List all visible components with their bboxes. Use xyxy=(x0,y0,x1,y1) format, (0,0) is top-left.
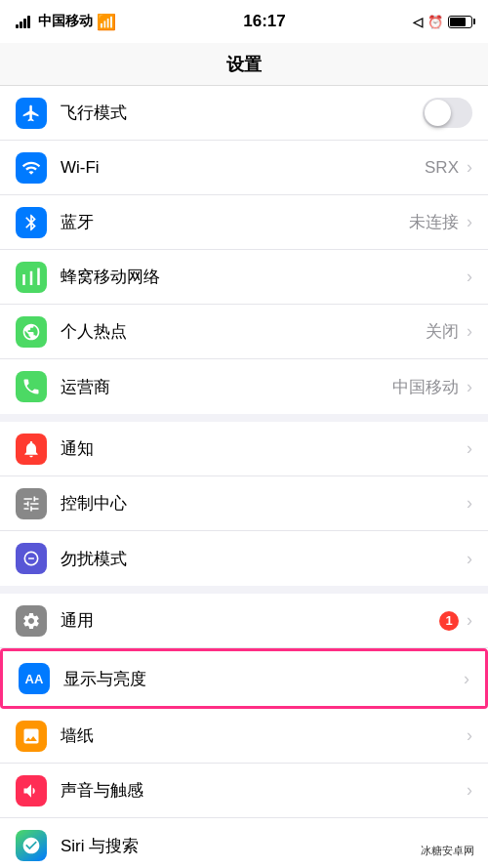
control-label: 控制中心 xyxy=(61,492,467,515)
wifi-chevron: › xyxy=(467,157,472,178)
bluetooth-icon-wrap xyxy=(16,207,47,238)
carrier-chevron: › xyxy=(467,377,472,397)
section-system: 通知 › 控制中心 › 勿扰模式 › xyxy=(0,422,488,586)
signal-bar-4 xyxy=(27,16,30,28)
signal-bars xyxy=(16,16,30,28)
notification-icon-wrap xyxy=(16,434,47,465)
row-display[interactable]: AA 显示与亮度 › xyxy=(3,651,485,706)
airplane-icon xyxy=(21,103,41,123)
nav-bar: 设置 xyxy=(0,43,488,86)
hotspot-icon xyxy=(21,322,41,342)
settings-container: 飞行模式 Wi-Fi SRX › 蓝牙 未连接 › 蜂窝移动网络 xyxy=(0,86,488,868)
airplane-label: 飞行模式 xyxy=(61,102,423,124)
cellular-icon-wrap xyxy=(16,262,47,293)
bluetooth-label: 蓝牙 xyxy=(61,211,409,233)
cellular-icon xyxy=(21,268,41,287)
general-badge: 1 xyxy=(439,611,459,631)
carrier-label: 中国移动 xyxy=(38,13,93,30)
dnd-label: 勿扰模式 xyxy=(61,548,467,570)
wifi-label: Wi-Fi xyxy=(61,158,425,178)
hotspot-chevron: › xyxy=(467,321,472,342)
row-hotspot[interactable]: 个人热点 关闭 › xyxy=(0,305,488,359)
general-icon xyxy=(21,611,41,631)
control-icon-wrap xyxy=(16,488,47,519)
location-icon: ◁ xyxy=(413,15,423,29)
hotspot-icon-wrap xyxy=(16,316,47,348)
dnd-icon xyxy=(21,549,41,568)
dnd-icon-wrap xyxy=(16,543,47,574)
row-general[interactable]: 通用 1 › xyxy=(0,594,488,648)
wifi-icon: 📶 xyxy=(97,13,116,31)
general-icon-wrap xyxy=(16,605,47,637)
battery-icon xyxy=(448,16,472,28)
general-label: 通用 xyxy=(61,609,439,632)
row-bluetooth[interactable]: 蓝牙 未连接 › xyxy=(0,195,488,250)
carrier-icon xyxy=(21,377,41,396)
bluetooth-chevron: › xyxy=(467,212,472,232)
watermark: 冰糖安卓网 xyxy=(415,842,480,860)
wallpaper-label: 墙纸 xyxy=(61,724,467,747)
row-control-center[interactable]: 控制中心 › xyxy=(0,476,488,531)
section-personalization: 通用 1 › AA 显示与亮度 › 墙纸 › 声音与触感 xyxy=(0,594,488,868)
airplane-icon-wrap xyxy=(16,98,47,129)
row-dnd[interactable]: 勿扰模式 › xyxy=(0,531,488,586)
battery-fill xyxy=(450,18,466,26)
notification-icon xyxy=(21,439,41,459)
general-chevron: › xyxy=(467,610,472,631)
sound-chevron: › xyxy=(467,780,472,801)
row-wifi[interactable]: Wi-Fi SRX › xyxy=(0,141,488,195)
hotspot-value: 关闭 xyxy=(426,320,459,343)
toggle-knob xyxy=(425,100,451,126)
display-icon-wrap: AA xyxy=(19,663,50,694)
control-chevron: › xyxy=(467,493,472,514)
row-airplane[interactable]: 飞行模式 xyxy=(0,86,488,141)
wallpaper-icon-wrap xyxy=(16,721,47,752)
sound-label: 声音与触感 xyxy=(61,779,467,802)
signal-bar-3 xyxy=(23,19,26,28)
carrier-label-row: 运营商 xyxy=(61,376,392,398)
status-time: 16:17 xyxy=(243,12,285,31)
row-carrier[interactable]: 运营商 中国移动 › xyxy=(0,359,488,414)
status-left: 中国移动 📶 xyxy=(16,13,116,31)
siri-label: Siri 与搜索 xyxy=(61,835,467,857)
wifi-value: SRX xyxy=(425,158,459,178)
sound-icon xyxy=(21,781,41,801)
wifi-settings-icon xyxy=(21,158,41,178)
section-connectivity: 飞行模式 Wi-Fi SRX › 蓝牙 未连接 › 蜂窝移动网络 xyxy=(0,86,488,414)
signal-bar-2 xyxy=(20,21,22,28)
display-label: 显示与亮度 xyxy=(63,668,464,690)
notification-label: 通知 xyxy=(61,437,467,460)
alarm-icon: ⏰ xyxy=(427,15,443,29)
siri-icon xyxy=(21,836,41,855)
cellular-label: 蜂窝移动网络 xyxy=(61,266,467,288)
wallpaper-icon xyxy=(21,726,41,746)
cellular-chevron: › xyxy=(467,267,472,287)
sound-icon-wrap xyxy=(16,775,47,806)
bluetooth-value: 未连接 xyxy=(409,211,459,233)
hotspot-label: 个人热点 xyxy=(61,320,426,343)
row-cellular[interactable]: 蜂窝移动网络 › xyxy=(0,250,488,305)
notification-chevron: › xyxy=(467,438,472,459)
row-sound[interactable]: 声音与触感 › xyxy=(0,764,488,818)
bluetooth-icon xyxy=(21,213,41,232)
wallpaper-chevron: › xyxy=(467,725,472,746)
carrier-icon-wrap xyxy=(16,371,47,402)
display-chevron: › xyxy=(464,669,469,689)
siri-icon-wrap xyxy=(16,830,47,861)
page-title: 设置 xyxy=(226,53,262,76)
watermark-text: 冰糖安卓网 xyxy=(421,845,474,856)
row-notification[interactable]: 通知 › xyxy=(0,422,488,476)
row-wallpaper[interactable]: 墙纸 › xyxy=(0,709,488,764)
status-bar: 中国移动 📶 16:17 ◁ ⏰ xyxy=(0,0,488,43)
signal-bar-1 xyxy=(16,24,19,28)
status-right: ◁ ⏰ xyxy=(413,15,472,29)
wifi-icon-wrap xyxy=(16,152,47,184)
highlighted-display-row: AA 显示与亮度 › xyxy=(0,648,488,709)
display-icon-text: AA xyxy=(25,672,44,686)
carrier-value: 中国移动 xyxy=(392,376,459,398)
dnd-chevron: › xyxy=(467,549,472,569)
airplane-toggle[interactable] xyxy=(423,98,472,128)
control-icon xyxy=(21,494,41,514)
